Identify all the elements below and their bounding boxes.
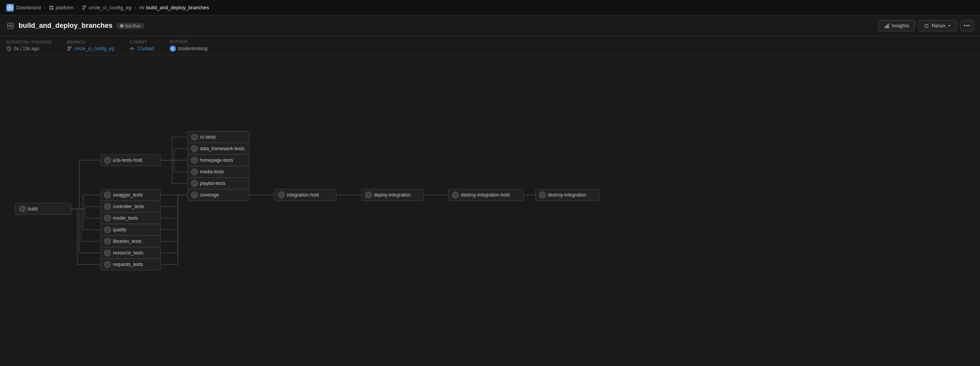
node-resource-label: resource_tests [113, 250, 143, 256]
svg-point-30 [104, 157, 111, 163]
svg-point-25 [131, 47, 133, 49]
pipeline-canvas: build e2e-tests-hold swagger_tests contr… [0, 55, 980, 359]
svg-point-23 [70, 47, 72, 48]
svg-point-8 [85, 5, 86, 7]
clock-icon [6, 46, 12, 51]
svg-point-1 [9, 7, 11, 8]
title-area: build_and_deploy_branches Not Run [6, 22, 144, 30]
meta-bar: Duration / Finished 0s / 13s ago Branch … [0, 36, 980, 55]
nav-sep-3: › [135, 5, 136, 10]
status-badge: Not Run [116, 23, 144, 29]
svg-rect-4 [49, 8, 51, 9]
svg-point-52 [191, 169, 198, 175]
svg-marker-19 [948, 25, 951, 27]
nav-sep-2: › [77, 5, 78, 10]
svg-point-50 [191, 157, 198, 163]
node-homepage-label: homepage-tests [200, 158, 233, 163]
node-deploy-integration-label: deploy-integration [374, 192, 411, 198]
commit-icon [130, 46, 135, 51]
svg-point-21 [68, 47, 70, 48]
svg-rect-10 [140, 7, 141, 8]
commit-value: 11efaa6 [130, 46, 154, 51]
svg-point-44 [104, 261, 111, 268]
node-libraries-label: libraries_tests [113, 239, 141, 244]
avatar: B [170, 46, 176, 52]
svg-rect-2 [49, 5, 51, 7]
node-destroy-integration-label: destroy-integration [548, 192, 586, 198]
branch-meta: Branch circle_ci_config_eg [67, 40, 114, 51]
top-navigation: Dashboard › platform › circle_ci_config_… [0, 0, 980, 15]
svg-point-54 [191, 180, 198, 186]
node-coverage-label: coverage [200, 192, 219, 198]
svg-point-38 [104, 227, 111, 233]
branch-value: circle_ci_config_eg [67, 46, 114, 51]
svg-rect-16 [885, 26, 886, 28]
author-value: B bradenhmking [170, 46, 208, 52]
svg-point-46 [191, 134, 198, 140]
nav-sep-1: › [44, 5, 46, 10]
author-meta: Author B bradenhmking [170, 39, 208, 52]
svg-point-62 [452, 192, 458, 198]
svg-point-13 [9, 25, 12, 27]
nav-branch[interactable]: circle_ci_config_eg [82, 5, 131, 10]
svg-point-60 [365, 192, 372, 198]
duration-value: 0s / 13s ago [6, 46, 51, 51]
svg-point-36 [104, 215, 111, 221]
node-swagger-label: swagger_tests [113, 192, 143, 198]
node-cc-tests-label: cc-tests [200, 134, 216, 140]
node-playlist-label: playlist-tests [200, 181, 225, 186]
app-icon[interactable] [6, 4, 14, 12]
branch-link[interactable]: circle_ci_config_eg [75, 46, 114, 51]
nav-all-pipelines[interactable]: Dashboard [16, 5, 41, 10]
node-e2e-label: e2e-tests-hold [113, 158, 142, 163]
svg-point-56 [191, 192, 198, 198]
svg-point-58 [278, 192, 285, 198]
svg-point-48 [191, 146, 198, 152]
svg-point-28 [19, 206, 26, 212]
duration-meta: Duration / Finished 0s / 13s ago [6, 40, 51, 51]
page-title: build_and_deploy_branches [19, 22, 112, 30]
insights-button[interactable]: Insights [878, 20, 915, 31]
more-options-dots: ••• [964, 23, 970, 29]
branch-icon [67, 46, 72, 51]
svg-rect-11 [143, 7, 144, 8]
node-requests-label: requests_tests [113, 262, 143, 267]
node-destroy-hold-label: destroy-integration-hold [461, 192, 510, 198]
svg-point-40 [104, 238, 111, 244]
node-model-label: model_tests [113, 215, 138, 221]
svg-point-64 [539, 192, 545, 198]
node-build-label: build [28, 206, 37, 212]
workflow-icon [6, 22, 15, 30]
svg-rect-3 [52, 5, 53, 7]
nav-workflow[interactable]: build_and_deploy_branches [139, 5, 209, 10]
insights-icon [884, 23, 890, 29]
rerun-dropdown-icon [948, 24, 951, 28]
node-data-framework-label: data_framework-tests [200, 146, 244, 151]
status-dot [120, 24, 123, 27]
commit-link[interactable]: 11efaa6 [137, 46, 154, 51]
svg-point-42 [104, 250, 111, 256]
svg-rect-5 [52, 8, 53, 9]
svg-point-6 [83, 5, 84, 7]
nav-project[interactable]: platform [49, 5, 74, 10]
rerun-button[interactable]: Rerun [918, 20, 957, 31]
svg-rect-17 [886, 25, 888, 28]
svg-point-32 [104, 192, 111, 198]
pipeline-svg: build e2e-tests-hold swagger_tests contr… [8, 63, 607, 287]
svg-point-34 [104, 203, 111, 210]
node-integration-hold-label: integration-hold [287, 192, 319, 198]
more-options-button[interactable]: ••• [960, 20, 974, 31]
node-controller-label: controller_tests [113, 204, 144, 209]
page-header: build_and_deploy_branches Not Run Insigh… [0, 15, 980, 36]
node-media-label: media-tests [200, 169, 224, 175]
node-quality-label: quality [113, 227, 126, 232]
header-actions: Insights Rerun ••• [878, 20, 974, 31]
rerun-icon [924, 23, 929, 29]
commit-meta: Commit 11efaa6 [130, 40, 154, 51]
svg-rect-18 [888, 24, 889, 28]
